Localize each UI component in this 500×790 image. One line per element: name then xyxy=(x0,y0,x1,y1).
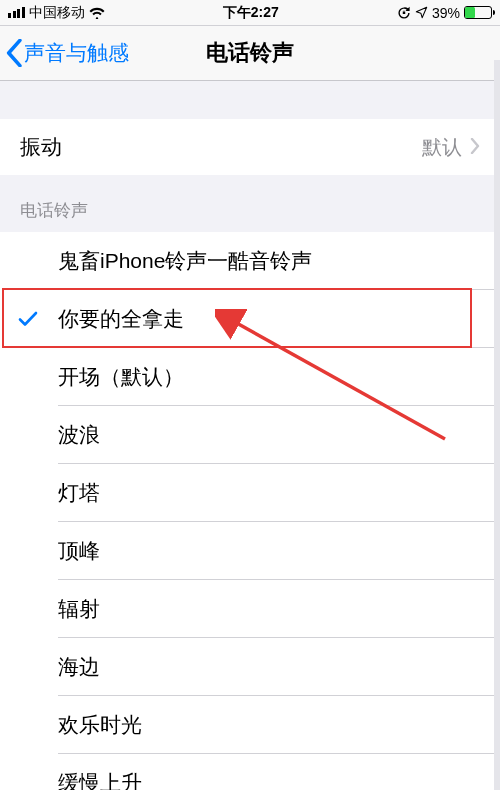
chevron-left-icon xyxy=(6,39,24,67)
back-label: 声音与触感 xyxy=(24,39,129,67)
ringtone-label: 欢乐时光 xyxy=(58,711,142,739)
ringtone-label: 缓慢上升 xyxy=(58,769,142,790)
orientation-lock-icon xyxy=(397,6,411,20)
status-left: 中国移动 xyxy=(8,4,105,22)
ringtone-label: 你要的全拿走 xyxy=(58,305,184,333)
ringtone-row[interactable]: 开场（默认） xyxy=(0,348,500,406)
vibration-value: 默认 xyxy=(422,134,462,161)
status-time: 下午2:27 xyxy=(223,4,279,22)
ringtone-label: 顶峰 xyxy=(58,537,100,565)
status-right: 39% xyxy=(397,5,492,21)
vibration-row[interactable]: 振动 默认 xyxy=(0,119,500,175)
ringtone-row[interactable]: 灯塔 xyxy=(0,464,500,522)
chevron-right-icon xyxy=(470,135,480,159)
location-arrow-icon xyxy=(415,6,428,19)
ringtone-row[interactable]: 海边 xyxy=(0,638,500,696)
ringtone-row[interactable]: 波浪 xyxy=(0,406,500,464)
ringtone-row[interactable]: 辐射 xyxy=(0,580,500,638)
battery-percentage: 39% xyxy=(432,5,460,21)
battery-icon xyxy=(464,6,492,19)
checkmark-icon xyxy=(18,310,38,328)
ringtone-row[interactable]: 顶峰 xyxy=(0,522,500,580)
spacer xyxy=(0,81,500,119)
ringtone-label: 灯塔 xyxy=(58,479,100,507)
ringtone-list: 鬼畜iPhone铃声一酷音铃声你要的全拿走开场（默认）波浪灯塔顶峰辐射海边欢乐时… xyxy=(0,232,500,790)
ringtone-row[interactable]: 缓慢上升 xyxy=(0,754,500,790)
vibration-section: 振动 默认 xyxy=(0,119,500,175)
wifi-icon xyxy=(89,7,105,19)
battery-fill xyxy=(465,7,475,18)
cellular-signal-icon xyxy=(8,7,25,18)
vibration-label: 振动 xyxy=(20,133,422,161)
section-header-ringtones: 电话铃声 xyxy=(0,175,500,232)
ringtone-label: 辐射 xyxy=(58,595,100,623)
status-bar: 中国移动 下午2:27 39% xyxy=(0,0,500,26)
carrier-label: 中国移动 xyxy=(29,4,85,22)
right-edge-stripe xyxy=(494,60,500,790)
svg-rect-0 xyxy=(403,11,406,13)
ringtone-label: 波浪 xyxy=(58,421,100,449)
ringtone-label: 开场（默认） xyxy=(58,363,184,391)
ringtone-row[interactable]: 欢乐时光 xyxy=(0,696,500,754)
ringtone-label: 鬼畜iPhone铃声一酷音铃声 xyxy=(58,247,312,275)
ringtone-row[interactable]: 鬼畜iPhone铃声一酷音铃声 xyxy=(0,232,500,290)
ringtone-label: 海边 xyxy=(58,653,100,681)
nav-bar: 声音与触感 电话铃声 xyxy=(0,26,500,81)
back-button[interactable]: 声音与触感 xyxy=(0,39,129,67)
ringtone-row[interactable]: 你要的全拿走 xyxy=(0,290,500,348)
